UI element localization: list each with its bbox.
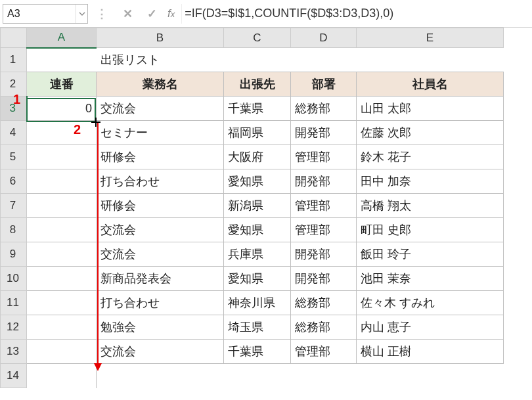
cell[interactable]: 佐藤 次郎 xyxy=(357,121,504,145)
cell[interactable]: 勉強会 xyxy=(97,315,224,340)
cell[interactable]: 交流会 xyxy=(97,97,224,121)
col-header-D[interactable]: D xyxy=(291,28,357,48)
header-cell-E[interactable]: 社員名 xyxy=(357,72,504,97)
cell[interactable]: 福岡県 xyxy=(224,121,291,145)
cell[interactable] xyxy=(27,121,97,145)
cell[interactable]: 開発部 xyxy=(291,242,357,267)
cell[interactable] xyxy=(27,291,97,315)
cell[interactable] xyxy=(224,364,291,388)
cell[interactable]: 飯田 玲子 xyxy=(357,242,504,267)
cell[interactable]: 愛知県 xyxy=(224,169,291,194)
cell[interactable] xyxy=(27,169,97,194)
cell[interactable]: 埼玉県 xyxy=(224,315,291,340)
cell[interactable] xyxy=(27,242,97,267)
table-row: 9 交流会 兵庫県 開発部 飯田 玲子 xyxy=(1,242,504,267)
cell[interactable]: 打ち合わせ xyxy=(97,291,224,315)
cell[interactable]: 池田 茉奈 xyxy=(357,267,504,291)
cell[interactable] xyxy=(357,364,504,388)
row-header-9[interactable]: 9 xyxy=(1,242,27,267)
col-header-C[interactable]: C xyxy=(224,28,291,48)
cell[interactable] xyxy=(27,194,97,218)
cell[interactable]: 管理部 xyxy=(291,194,357,218)
col-header-A[interactable]: A xyxy=(27,28,97,48)
row-header-7[interactable]: 7 xyxy=(1,194,27,218)
cell[interactable]: 高橋 翔太 xyxy=(357,194,504,218)
cell[interactable] xyxy=(224,48,291,72)
cell[interactable]: 千葉県 xyxy=(224,97,291,121)
row-header-6[interactable]: 6 xyxy=(1,169,27,194)
more-icon[interactable]: ⋮ xyxy=(92,7,112,21)
cell[interactable] xyxy=(357,48,504,72)
header-cell-A[interactable]: 連番 xyxy=(27,72,97,97)
row-header-13[interactable]: 13 xyxy=(1,340,27,364)
cell[interactable]: 千葉県 xyxy=(224,340,291,364)
row-header-2[interactable]: 2 xyxy=(1,72,27,97)
cell[interactable]: 開発部 xyxy=(291,267,357,291)
selected-cell[interactable]: 0 xyxy=(27,97,97,121)
cell[interactable]: 交流会 xyxy=(97,242,224,267)
cell[interactable]: 総務部 xyxy=(291,291,357,315)
cell[interactable] xyxy=(27,48,97,72)
cell[interactable] xyxy=(27,267,97,291)
row-header-11[interactable]: 11 xyxy=(1,291,27,315)
cell[interactable] xyxy=(27,315,97,340)
row-header-5[interactable]: 5 xyxy=(1,145,27,169)
header-cell-C[interactable]: 出張先 xyxy=(224,72,291,97)
cell[interactable]: 新商品発表会 xyxy=(97,267,224,291)
cell[interactable]: セミナー xyxy=(97,121,224,145)
cell[interactable]: 交流会 xyxy=(97,218,224,242)
header-cell-B[interactable]: 業務名 xyxy=(97,72,224,97)
row-header-14[interactable]: 14 xyxy=(1,364,27,388)
header-cell-D[interactable]: 部署 xyxy=(291,72,357,97)
cell[interactable]: 横山 正樹 xyxy=(357,340,504,364)
cell[interactable]: 研修会 xyxy=(97,194,224,218)
cell[interactable]: 町田 史郎 xyxy=(357,218,504,242)
cell[interactable]: 愛知県 xyxy=(224,218,291,242)
row-header-10[interactable]: 10 xyxy=(1,267,27,291)
cell[interactable]: 開発部 xyxy=(291,121,357,145)
row-header-8[interactable]: 8 xyxy=(1,218,27,242)
cell[interactable]: 総務部 xyxy=(291,97,357,121)
cell[interactable]: 管理部 xyxy=(291,145,357,169)
cell[interactable] xyxy=(27,218,97,242)
cell[interactable]: 内山 恵子 xyxy=(357,315,504,340)
accept-icon[interactable]: ✓ xyxy=(143,7,161,21)
row-header-3[interactable]: 3 xyxy=(1,97,27,121)
cell[interactable]: 管理部 xyxy=(291,218,357,242)
cell[interactable]: 鈴木 花子 xyxy=(357,145,504,169)
cell[interactable]: 田中 加奈 xyxy=(357,169,504,194)
cell[interactable]: 大阪府 xyxy=(224,145,291,169)
cell[interactable] xyxy=(291,48,357,72)
cell[interactable]: 佐々木 すみれ xyxy=(357,291,504,315)
cell[interactable] xyxy=(291,364,357,388)
name-box-dropdown[interactable] xyxy=(76,5,87,23)
row-header-4[interactable]: 4 xyxy=(1,121,27,145)
cell[interactable]: 総務部 xyxy=(291,315,357,340)
table-row: 14 xyxy=(1,364,504,388)
cell[interactable]: 神奈川県 xyxy=(224,291,291,315)
cell[interactable]: 兵庫県 xyxy=(224,242,291,267)
select-all-corner[interactable] xyxy=(1,28,27,48)
cell[interactable]: 打ち合わせ xyxy=(97,169,224,194)
fx-icon[interactable]: fx xyxy=(167,7,175,20)
col-header-B[interactable]: B xyxy=(97,28,224,48)
row-header-1[interactable]: 1 xyxy=(1,48,27,72)
col-header-E[interactable]: E xyxy=(357,28,504,48)
row-header-12[interactable]: 12 xyxy=(1,315,27,340)
cell[interactable]: 開発部 xyxy=(291,169,357,194)
cell[interactable]: 愛知県 xyxy=(224,267,291,291)
cell[interactable]: 新潟県 xyxy=(224,194,291,218)
title-cell[interactable]: 出張リスト xyxy=(97,48,224,72)
formula-bar[interactable]: =IF(D3=$I$1,COUNTIF($D$3:D3,D3),0) xyxy=(181,4,529,24)
cell[interactable]: 管理部 xyxy=(291,340,357,364)
cell[interactable] xyxy=(97,364,224,388)
spreadsheet-grid[interactable]: A B C D E 1 出張リスト 2 連番 業務名 出張先 部署 社員名 3 … xyxy=(0,28,504,388)
name-box[interactable]: A3 xyxy=(3,4,88,24)
cell[interactable] xyxy=(27,145,97,169)
cell[interactable]: 研修会 xyxy=(97,145,224,169)
cell[interactable] xyxy=(27,364,97,388)
cell[interactable]: 山田 太郎 xyxy=(357,97,504,121)
cell[interactable] xyxy=(27,340,97,364)
cell[interactable]: 交流会 xyxy=(97,340,224,364)
cancel-icon[interactable]: ✕ xyxy=(119,7,137,21)
